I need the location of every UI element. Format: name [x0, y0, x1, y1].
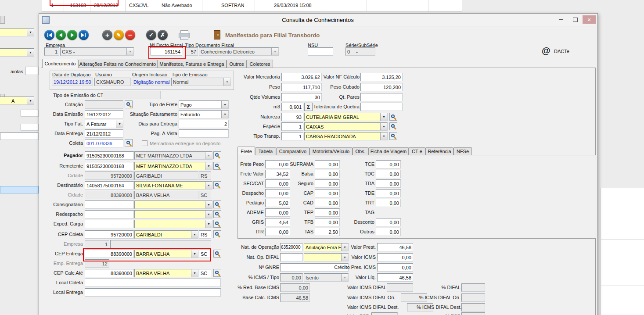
search-natureza-button[interactable] — [389, 113, 397, 121]
background-field[interactable] — [0, 132, 39, 140]
credito-pres-field[interactable]: 0,00 — [377, 263, 413, 272]
frete-value-field[interactable]: 0,00 — [376, 170, 401, 178]
cep-entrega-code-field[interactable]: 88390000 — [85, 250, 134, 258]
search-coleta-button[interactable] — [125, 139, 133, 147]
tab-cte[interactable]: CT-e — [409, 147, 425, 155]
tipo-transp-combo[interactable]: CARGA FRACIONADA ▾ — [304, 132, 388, 140]
m3-field[interactable]: 0,601 — [281, 103, 303, 111]
exped-carga-combo[interactable]: ▾ — [134, 220, 212, 228]
docto-fiscal-field[interactable]: 161154 — [151, 47, 182, 56]
tab-coletores[interactable]: Coletores — [247, 60, 273, 68]
data-emissao-field[interactable]: 19/12/2012 — [85, 110, 123, 118]
cep-calc-code-field[interactable]: 88390000 — [85, 269, 134, 277]
add-button[interactable]: + — [102, 30, 112, 40]
cep-entrega-uf-field[interactable]: SC — [199, 250, 211, 258]
search-especie-button[interactable] — [389, 122, 397, 130]
remetente-code-field[interactable]: 91505230000168 — [85, 162, 134, 170]
search-redespacho-button[interactable] — [213, 210, 221, 218]
nav-last-button[interactable] — [79, 30, 89, 40]
delete-button[interactable]: − — [125, 30, 135, 40]
redespacho-combo[interactable]: ▾ — [134, 210, 212, 218]
nav-next-button[interactable] — [67, 30, 77, 40]
close-button[interactable]: × — [583, 15, 596, 24]
background-combo[interactable]: ▾ — [0, 48, 34, 57]
tab-alteracoes[interactable]: Alterações Feitas no Conhecimento — [78, 60, 157, 68]
local-entrega-field[interactable] — [85, 288, 221, 297]
frete-value-field[interactable]: 0,00 — [376, 179, 401, 188]
especie-code-field[interactable]: 1 — [281, 122, 303, 131]
tab-conhecimento[interactable]: Conhecimento — [42, 59, 78, 68]
background-field[interactable] — [21, 110, 39, 117]
tab-outros[interactable]: Outros — [227, 60, 247, 68]
frete-value-field[interactable]: 0,00 — [376, 228, 401, 236]
tab-frete[interactable]: Frete — [237, 147, 255, 155]
frete-value-field[interactable]: 0,00 — [376, 160, 401, 168]
search-remetente-button[interactable] — [213, 162, 221, 170]
natureza-code-field[interactable]: 93 — [281, 113, 303, 121]
minimize-button[interactable] — [554, 15, 568, 24]
situacao-faturamento-combo[interactable]: Faturado ▾ — [179, 110, 229, 118]
frete-value-field[interactable]: 0,00 — [376, 189, 401, 197]
search-consignatario-button[interactable] — [213, 200, 221, 208]
nsu-field[interactable] — [308, 47, 333, 56]
peso-cubado-field[interactable]: 120,200 — [360, 83, 403, 91]
cancel-button[interactable]: ✗ — [158, 30, 168, 40]
local-coleta-field[interactable] — [85, 279, 221, 287]
background-grid-row[interactable]: 1 163168 28/12/2012 CXS/JVL Não Averbado… — [42, 0, 462, 12]
cep-coleta-code-field[interactable]: 95720000 — [85, 230, 134, 239]
pag-vista-field[interactable] — [179, 129, 229, 138]
confirm-button[interactable]: ✓ — [146, 30, 156, 40]
valor-liq-field[interactable]: 46,58 — [377, 273, 413, 282]
background-field[interactable] — [21, 124, 39, 131]
coleta-field[interactable]: 001-076336 — [85, 139, 123, 147]
tipo-frete-combo[interactable]: Pago ▾ — [179, 100, 229, 109]
pagador-code-field[interactable]: 91505230000168 — [85, 151, 134, 160]
search-tipo-transp-button[interactable] — [389, 132, 397, 140]
tab-referencia[interactable]: Referência — [425, 147, 453, 155]
consignatario-code-field[interactable] — [85, 200, 134, 209]
data-entrega-field[interactable]: 21/12/2012 — [85, 129, 123, 138]
dacte-button[interactable]: @ DACTe — [542, 46, 577, 57]
nav-previous-button[interactable] — [56, 30, 66, 40]
cep-coleta-uf-field[interactable]: RS — [199, 230, 211, 239]
natureza-combo[interactable]: CUTELARIA EM GERAL ▾ — [304, 113, 388, 121]
search-destinatario-button[interactable] — [213, 181, 221, 189]
frete-value-field[interactable]: 0,00 — [376, 199, 401, 207]
valor-icms-field[interactable]: 0,00 — [377, 253, 413, 261]
background-combo[interactable]: ▾ — [0, 28, 34, 36]
qt-pares-field[interactable] — [360, 93, 403, 101]
tab-motorista-veiculo[interactable]: Motorista/Veículo — [309, 147, 353, 155]
background-selected-row[interactable] — [0, 186, 39, 193]
search-cep-entrega-button[interactable] — [213, 250, 221, 258]
tab-manifestos[interactable]: Manifestos, Faturas e Entrega — [157, 60, 227, 68]
tipo-transp-code-field[interactable]: 1 — [281, 132, 303, 140]
destinatario-code-field[interactable]: 14058175000164 — [85, 181, 134, 190]
search-cep-calc-button[interactable] — [213, 269, 221, 277]
tab-obs[interactable]: Obs. — [353, 147, 368, 155]
frete-value-field[interactable]: 0,00 — [376, 218, 401, 226]
maximize-button[interactable] — [568, 15, 582, 24]
tab-comparativo[interactable]: Comparativo — [276, 147, 309, 155]
search-cep-coleta-button[interactable] — [213, 230, 221, 238]
mercadoria-deposito-checkbox[interactable] — [142, 140, 148, 146]
cep-calc-uf-field[interactable]: SC — [199, 269, 211, 277]
cep-entrega-combo[interactable]: BARRA VELHA ▾ — [134, 250, 198, 258]
background-field[interactable] — [25, 67, 39, 75]
tab-ficha-viagem[interactable]: Ficha de Viagem — [368, 147, 409, 155]
cep-coleta-combo[interactable]: GARIBALDI ▾ — [134, 230, 198, 239]
tab-tabela[interactable]: Tabela — [255, 147, 276, 155]
print-button[interactable] — [179, 30, 190, 40]
search-pagador-button[interactable] — [213, 151, 221, 159]
valor-prest-field[interactable]: 46,58 — [377, 243, 413, 251]
nav-first-button[interactable] — [44, 30, 54, 40]
cep-calc-combo[interactable]: BARRA VELHA ▾ — [134, 269, 198, 277]
search-exped-carga-button[interactable] — [213, 220, 221, 228]
consignatario-combo[interactable]: ▾ — [134, 200, 212, 209]
tab-nfse[interactable]: NFSe — [453, 147, 472, 155]
tipo-fat-combo[interactable]: A Faturar ▾ — [85, 120, 123, 128]
background-combo-a[interactable]: A ▾ — [0, 97, 34, 105]
exped-carga-code-field[interactable] — [85, 220, 134, 228]
remetente-combo[interactable]: MET MARTINAZZO LTDA ▾ — [134, 162, 212, 170]
destinatario-combo[interactable]: SILVIA FONTANA ME ▾ — [134, 181, 212, 190]
edit-button[interactable]: ✎ — [114, 30, 124, 40]
